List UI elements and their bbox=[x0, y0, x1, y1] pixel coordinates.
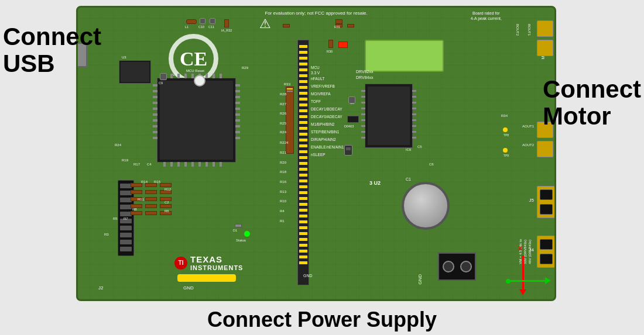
smd-r2 bbox=[347, 24, 354, 27]
r30-res bbox=[328, 40, 333, 48]
r19-label: R19 bbox=[122, 158, 128, 162]
green-power-arrow bbox=[511, 280, 546, 282]
c11-label: C11 bbox=[208, 25, 214, 29]
r33-label: R33 bbox=[284, 82, 290, 86]
large-capacitor bbox=[402, 182, 450, 230]
center-connector bbox=[297, 40, 309, 285]
gnd-left-label: GND bbox=[183, 285, 194, 291]
r27-label: R27 bbox=[280, 102, 286, 106]
u3-chip bbox=[119, 60, 151, 84]
r12-label: R12 bbox=[165, 188, 171, 191]
ic6-label: IC6 bbox=[406, 148, 411, 151]
connect-usb-label: Connect USB bbox=[3, 23, 101, 77]
r5-label: R5 bbox=[113, 217, 118, 220]
l1-label: L1 bbox=[185, 25, 189, 29]
r24-label: R24 bbox=[280, 130, 286, 134]
drv-ic-chip bbox=[365, 84, 413, 148]
d0403-component bbox=[347, 116, 359, 123]
ti-logo: TI TEXAS INSTRUMENTS bbox=[174, 254, 243, 271]
r15-label: R15 bbox=[154, 180, 160, 184]
tp8-label: TP8 bbox=[503, 133, 509, 137]
r11-label: R11 bbox=[138, 198, 144, 201]
fault-led bbox=[338, 42, 348, 48]
aout2-label: AOUT2 bbox=[522, 143, 534, 147]
board-warning-text: For evaluation only; not FCC approved fo… bbox=[265, 11, 367, 16]
r1-label: R1 bbox=[280, 219, 285, 223]
signal-labels: nFAULT VREF/VREFB MO/VREFA TOFF DECAY1/B… bbox=[311, 77, 344, 160]
x-mark: × bbox=[518, 244, 522, 253]
dir-label: DIR/APH/AIN2 bbox=[311, 137, 344, 144]
r10-label: R10 bbox=[280, 199, 286, 203]
r31-label: R31 bbox=[334, 25, 340, 29]
c11-cap bbox=[210, 18, 215, 24]
tp9 bbox=[503, 148, 508, 153]
pcb-board: For evaluation only; not FCC approved fo… bbox=[76, 6, 556, 301]
c9-cap bbox=[160, 73, 167, 80]
gnd-bottom-label: GND bbox=[417, 274, 423, 285]
d0403-label: D0403 bbox=[344, 125, 354, 128]
inductor-l1 bbox=[186, 19, 197, 24]
reset-button[interactable] bbox=[194, 75, 205, 87]
u3-label: U3 bbox=[122, 56, 126, 59]
r28-label: R28 bbox=[280, 92, 286, 96]
decay0-label: DECAY0/ADECAY bbox=[311, 115, 344, 122]
tp8 bbox=[503, 127, 508, 132]
green-arrow-dot bbox=[506, 279, 511, 284]
status-label: Status bbox=[236, 239, 246, 242]
r13-label: R13 bbox=[280, 190, 286, 194]
r24-left-label: R24 bbox=[115, 143, 121, 147]
page-container: Connect USB Connect Motor Connect Power … bbox=[0, 0, 644, 335]
r14-label: R14 bbox=[141, 180, 148, 184]
bout2-connector bbox=[537, 40, 553, 56]
r31-res bbox=[335, 19, 342, 24]
reset-label: MCU Reset bbox=[186, 69, 204, 72]
gnd-connector-label: GND bbox=[303, 274, 313, 278]
r17-label: R17 bbox=[133, 163, 140, 166]
decay1-label: DECAY1/BDECAY bbox=[311, 107, 344, 114]
r3-label: R3 bbox=[104, 233, 109, 236]
r20-label: R20 bbox=[280, 161, 286, 164]
red-power-arrow bbox=[522, 255, 524, 291]
r224-label: R224 bbox=[280, 141, 288, 144]
r18-label: R18 bbox=[280, 170, 286, 174]
aout2-connector bbox=[537, 141, 553, 157]
c1-label: C1 bbox=[406, 177, 411, 181]
r16-label: R16 bbox=[280, 180, 286, 184]
board-rating-text: Board rated for 4-A peak current, bbox=[471, 11, 502, 21]
smd-r3 bbox=[283, 24, 290, 27]
green-display bbox=[365, 40, 444, 72]
m1-label: M1/BPH/BIN2 bbox=[311, 122, 344, 129]
gnd-bar bbox=[177, 274, 236, 282]
tp9-label: TP9 bbox=[503, 154, 509, 157]
connect-motor-label: Connect Motor bbox=[543, 76, 641, 130]
ia-r32-label: IA_R32 bbox=[221, 29, 232, 32]
c10-label: C10 bbox=[198, 25, 204, 29]
toff-label: TOFF bbox=[311, 99, 344, 106]
d1-label: D1 bbox=[233, 229, 237, 232]
r7-label: R7 bbox=[124, 217, 128, 220]
r4-label: R4 bbox=[280, 209, 285, 213]
step-label: STEP/BEN/BIN1 bbox=[311, 130, 344, 137]
r25-label: R25 bbox=[280, 122, 286, 125]
drv-label: DRV82xx DRV84xx bbox=[356, 69, 373, 81]
r21-label: R21 bbox=[280, 151, 286, 154]
j5-label: J5 bbox=[529, 198, 534, 203]
j4-connector bbox=[537, 236, 556, 268]
c9-label: C9 bbox=[159, 81, 163, 85]
enable-label: ENABLE/nEN/AIN1 bbox=[311, 145, 344, 152]
c2-label: C2 bbox=[165, 201, 169, 204]
c4-label: C4 bbox=[147, 163, 152, 166]
ia-r32 bbox=[224, 19, 229, 27]
main-ic-chip bbox=[157, 78, 236, 163]
v1-label: V1 bbox=[173, 73, 177, 77]
c8-cap bbox=[348, 96, 355, 103]
nsleep-label: nSLEEP bbox=[311, 153, 344, 160]
mo-vrefa-label: MO/VREFA bbox=[311, 92, 344, 99]
j2-label: J2 bbox=[98, 285, 103, 291]
power-connector bbox=[438, 253, 476, 281]
u2-label: 3 U2 bbox=[369, 180, 381, 186]
c6-label: C6 bbox=[429, 163, 434, 166]
r6-label: R6 bbox=[165, 209, 169, 213]
mcu-label: MCU 3.3 V bbox=[311, 65, 320, 75]
r29-label: R29 bbox=[242, 66, 248, 70]
